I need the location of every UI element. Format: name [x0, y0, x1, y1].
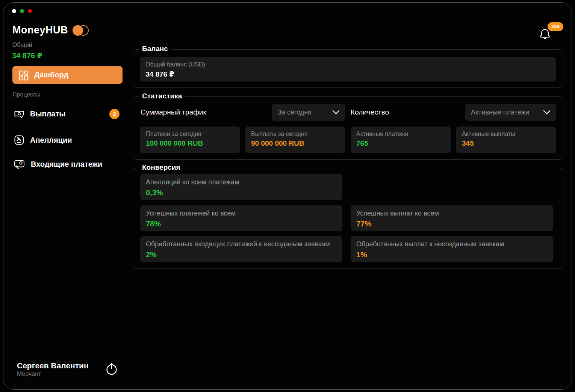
count-label: Количество: [351, 104, 389, 121]
conversion-card-value: 78%: [146, 220, 337, 228]
payouts-count-badge: 2: [109, 109, 120, 119]
stat-card-value: 345: [462, 139, 551, 148]
window-zoom-button[interactable]: [28, 9, 32, 13]
window-minimize-button[interactable]: [20, 9, 24, 13]
overlapping-circles-icon: [73, 25, 89, 36]
stat-card-payouts-today: Выплаты за сегодня 90 000 000 RUB: [245, 127, 345, 153]
sidebar-item-dashboard-label: Дашборд: [34, 71, 68, 79]
conversion-section-legend: Конверсия: [139, 163, 183, 172]
notifications[interactable]: 234: [539, 22, 562, 43]
sidebar-item-appeals[interactable]: Апелляции: [12, 131, 123, 149]
sidebar-item-appeals-label: Апелляции: [30, 136, 72, 145]
conversion-card-label: Обработанных выплат к несозданным заявка…: [356, 240, 548, 248]
conversion-card-successful-payments: Успешных платежей ко всем 78%: [140, 205, 342, 231]
wallet-arrow-icon: [13, 158, 26, 170]
count-type-value: Активные платежи: [471, 109, 530, 116]
stat-card-label: Активные выплаты: [462, 131, 551, 137]
count-type-dropdown[interactable]: Активные платежи: [465, 104, 556, 121]
window-close-button[interactable]: [12, 9, 16, 13]
conversion-card-value: 1%: [356, 250, 548, 259]
notification-count-badge: 234: [548, 22, 563, 31]
conversion-card-value: 77%: [356, 220, 548, 228]
conversion-section: Конверсия Апелляций ко всем платежам 0,3…: [133, 168, 563, 268]
conversion-card-value: 0,3%: [146, 188, 337, 197]
chevron-down-icon: [332, 110, 340, 115]
conversion-card-value: 2%: [146, 250, 337, 259]
stat-card-value: 100 000 000 RUB: [146, 139, 234, 148]
conversion-card-successful-payouts: Успешных выплат ко всем 77%: [351, 205, 553, 231]
sidebar-item-incoming-payments[interactable]: Входящие платежи: [12, 155, 123, 173]
total-balance-card: Общий баланс (USD) 34 876 ₽: [140, 57, 556, 81]
sidebar-item-dashboard[interactable]: Дашборд: [12, 66, 123, 84]
stat-card-label: Выплаты за сегодня: [251, 131, 339, 137]
gavel-icon: [13, 134, 25, 146]
stat-card-label: Активные платежи: [356, 131, 445, 137]
app-window: MoneyHUB 234 Общий 34 876 ₽ Дашборд Проц…: [3, 2, 572, 390]
traffic-period-value: За сегодня: [277, 109, 312, 116]
stat-card-label: Платежи за сегодня: [146, 131, 234, 137]
stat-card-value: 765: [356, 139, 445, 148]
brand-name: MoneyHUB: [12, 24, 68, 36]
sidebar-balance-value: 34 876 ₽: [12, 51, 42, 60]
dashboard-grid-icon: [18, 69, 29, 81]
total-balance-label: Общий баланс (USD): [145, 61, 550, 68]
sidebar-item-payouts[interactable]: Выплаты 2: [12, 105, 123, 122]
conversion-card-processed-incoming: Обработанных входящих платежей к несозда…: [140, 236, 342, 262]
stat-card-value: 90 000 000 RUB: [251, 139, 339, 148]
conversion-card-label: Обработанных входящих платежей к несозда…: [146, 240, 337, 248]
chevron-down-icon: [543, 110, 551, 115]
conversion-card-processed-payouts: Обработанных выплат к несозданным заявка…: [351, 236, 553, 262]
window-controls: [12, 9, 32, 13]
logout-power-arrow-icon: [105, 362, 118, 376]
sidebar-item-incoming-payments-label: Входящие платежи: [31, 160, 102, 169]
conversion-card-label: Успешных платежей ко всем: [146, 210, 337, 217]
stat-card-active-payments: Активные платежи 765: [351, 127, 451, 153]
user-name: Сергеев Валентин: [17, 361, 89, 370]
balance-section: Баланс Общий баланс (USD) 34 876 ₽: [133, 49, 563, 88]
statistics-section-legend: Статистика: [139, 92, 185, 100]
traffic-label: Суммарный трафик: [141, 104, 206, 121]
traffic-period-dropdown[interactable]: За сегодня: [272, 104, 345, 121]
balance-section-legend: Баланс: [139, 45, 171, 53]
conversion-card-label: Успешных выплат ко всем: [356, 210, 548, 217]
sidebar-section-label: Процессы: [12, 91, 41, 98]
stat-card-active-payouts: Активные выплаты 345: [456, 127, 556, 153]
conversion-card-appeals: Апелляций ко всем платежам 0,3%: [140, 174, 342, 200]
conversion-card-label: Апелляций ко всем платежам: [146, 178, 337, 186]
brand: MoneyHUB: [12, 24, 89, 36]
logout-button[interactable]: [105, 362, 120, 377]
stat-card-payments-today: Платежи за сегодня 100 000 000 RUB: [140, 127, 240, 153]
sidebar-balance-label: Общий: [12, 42, 32, 48]
banknote-check-icon: [13, 108, 25, 120]
user-role: Мерчант: [17, 371, 41, 377]
statistics-section: Статистика Суммарный трафик За сегодня К…: [133, 96, 563, 160]
sidebar-item-payouts-label: Выплаты: [30, 110, 65, 118]
total-balance-value: 34 876 ₽: [145, 70, 550, 78]
